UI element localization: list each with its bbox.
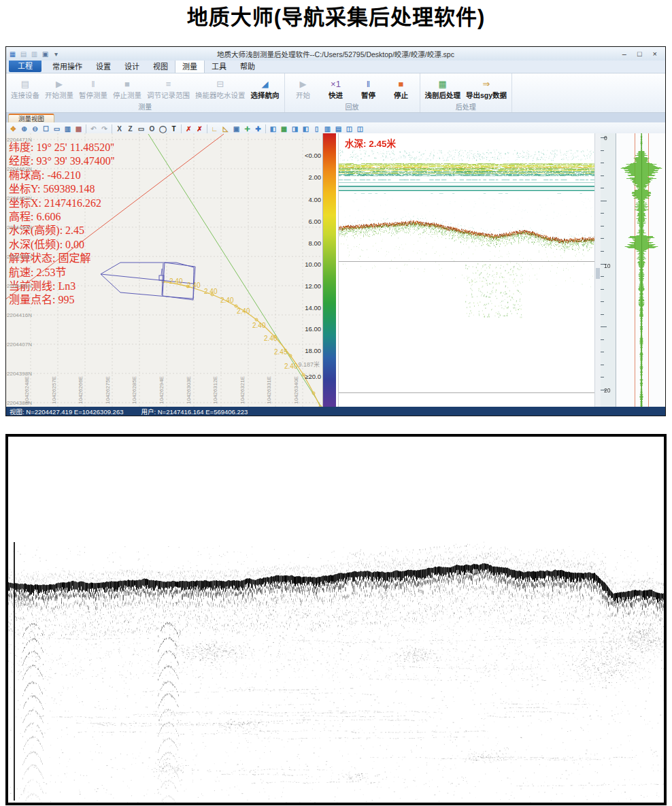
measure-angle-icon[interactable]: ◺ — [220, 124, 231, 134]
app-icon[interactable]: ▦ — [8, 50, 17, 58]
toolbar-separator — [112, 124, 112, 133]
playback-pause-icon: ‖ — [367, 78, 370, 90]
marker-x-icon[interactable]: X — [114, 124, 124, 134]
marker-ellipse-icon[interactable]: ◯ — [158, 124, 168, 134]
color-panel-icon[interactable]: ▦ — [279, 124, 289, 134]
pan-hand-icon[interactable]: ✥ — [8, 124, 18, 134]
postprocess-icon: ▦ — [439, 78, 447, 90]
map-info-line: 航速: 2.53节 — [9, 266, 115, 280]
delete-marker-icon[interactable]: ✗ — [184, 124, 194, 134]
ribbon-button-label: 暂停测量 — [79, 90, 107, 100]
ribbon-button[interactable]: ▦浅剖后处理 — [422, 74, 464, 103]
grid-panel-icon[interactable]: ▥ — [322, 124, 333, 134]
save-view-icon[interactable]: ▣ — [231, 124, 241, 134]
select-heading-icon: ◢ — [262, 78, 269, 90]
close-button[interactable]: × — [653, 50, 657, 58]
zoom-in-icon[interactable]: ⊕ — [19, 124, 29, 134]
ribbon-tab[interactable]: 工程 — [9, 58, 41, 72]
ribbon-button-label: 连接设备 — [11, 90, 39, 100]
save-icon[interactable]: ▣ — [41, 50, 50, 58]
redo-icon[interactable]: ↷ — [99, 124, 110, 134]
ribbon-button[interactable]: ▶开始 — [287, 74, 320, 103]
playback-stop-icon: ■ — [399, 78, 404, 90]
colorbar-scale-label: 6.00 — [279, 218, 321, 225]
quick-access-dropdown-icon[interactable]: ▾ — [52, 50, 61, 58]
ribbon-button[interactable]: ×1快进 — [320, 74, 352, 103]
map-view[interactable]: 纬度: 19° 25' 11.48520''经度: 93° 39' 39.474… — [6, 133, 323, 407]
fit-extent-icon[interactable]: ▭ — [52, 124, 62, 134]
ribbon-button[interactable]: ◢选择航向 — [248, 74, 282, 103]
swap-panel-icon[interactable]: ▤ — [333, 124, 343, 134]
measure-length-icon[interactable]: ∟ — [209, 124, 220, 134]
ribbon-button-label: 调节记录范围 — [147, 90, 190, 100]
record-range-icon: ≡ — [166, 78, 171, 90]
zoom-out-icon[interactable]: ⊖ — [30, 124, 40, 134]
ribbon-group: ▤连接设备▶开始测量‖暂停测量■停止测量≡调节记录范围⊟换能器吃水设置◢选择航向… — [6, 73, 285, 112]
ribbon-tab[interactable]: 设计 — [118, 59, 146, 73]
ribbon-tab[interactable]: 视图 — [146, 59, 175, 73]
marker-rect-icon[interactable]: ▭ — [136, 124, 146, 134]
panel-left-icon[interactable]: ◨ — [290, 124, 300, 134]
track-depth-label: 2.40 — [252, 322, 265, 329]
maximize-button[interactable]: □ — [637, 50, 642, 58]
track-depth-label: 2.40 — [187, 282, 200, 289]
ribbon-button[interactable]: ⊟换能器吃水设置 — [192, 74, 248, 103]
center-target-icon[interactable]: ✛ — [242, 124, 252, 134]
transducer-draft-icon: ⊟ — [216, 78, 224, 90]
echogram-view[interactable]: 水深: 2.45米 — [338, 133, 595, 407]
ribbon-button[interactable]: ≡调节记录范围 — [144, 74, 192, 103]
layout-a-icon[interactable]: ◫ — [344, 124, 354, 134]
echogram-depth-label: 水深: 2.45米 — [345, 136, 396, 150]
move-view-icon[interactable]: ✚ — [253, 124, 263, 134]
ribbon-tab[interactable]: 工具 — [205, 59, 233, 73]
open-file-icon[interactable]: ▥ — [30, 50, 39, 58]
map-y-axis-label: 2204426N — [7, 283, 32, 289]
ribbon-tab[interactable]: 常用操作 — [46, 59, 89, 73]
colorbar-scale-label: ≥20.0 — [279, 373, 321, 380]
ribbon-tab[interactable]: 测量 — [175, 58, 205, 73]
ribbon-tab[interactable]: 设置 — [89, 59, 118, 73]
marker-o-icon[interactable]: O — [147, 124, 157, 134]
layout-b-icon[interactable]: ◫ — [355, 124, 365, 134]
ribbon-button-label: 导出sgy数据 — [466, 90, 507, 100]
stop-survey-icon: ■ — [124, 78, 130, 90]
boat-position-marker — [159, 275, 164, 280]
echogram-scrollbar-thumb[interactable] — [596, 268, 600, 279]
ribbon-button[interactable]: ■停止测量 — [110, 74, 144, 103]
undo-icon[interactable]: ↶ — [88, 124, 99, 134]
column-panel-icon[interactable]: ▯ — [312, 124, 322, 134]
marker-text-icon[interactable]: T — [169, 124, 179, 134]
track-depth-label: 2.40 — [169, 278, 182, 285]
ribbon-tab[interactable]: 帮助 — [233, 59, 262, 73]
colorbar-scale-label: 8.00 — [279, 239, 321, 247]
zoom-window-icon[interactable]: ☐ — [41, 124, 51, 134]
map-x-axis-label: 10426331E — [266, 355, 272, 404]
status-user-coords: 用户: N=2147416.164 E=569406.223 — [141, 407, 248, 416]
map-info-line: 水深(低频): 0.00 — [9, 238, 115, 252]
ribbon-button[interactable]: ‖暂停 — [352, 74, 385, 103]
ribbon-button[interactable]: ■停止 — [385, 74, 418, 103]
ribbon-button[interactable]: ‖暂停测量 — [76, 74, 110, 103]
echogram-scrollbar[interactable] — [594, 133, 601, 407]
new-file-icon[interactable]: ▤ — [19, 50, 28, 58]
ribbon-button[interactable]: ▶开始测量 — [42, 74, 76, 103]
status-view-coords: 视图: N=2204427.419 E=10426309.263 — [10, 407, 123, 416]
marker-z-icon[interactable]: Z — [125, 124, 135, 134]
quick-access-toolbar: ▦▤▥▣▾ — [6, 50, 61, 58]
tab-survey-view[interactable]: 测量视图 — [8, 114, 54, 122]
status-bar: 视图: N=2204427.419 E=10426309.263 用户: N=2… — [6, 407, 665, 416]
colorbar-scale-label: 4.00 — [279, 196, 321, 203]
split-view-icon[interactable]: ▥ — [63, 124, 73, 134]
ribbon-button[interactable]: ⇒导出sgy数据 — [463, 74, 509, 103]
image-view-icon[interactable]: ▩ — [73, 124, 84, 134]
panel-right-icon[interactable]: ◧ — [301, 124, 311, 134]
map-x-axis-label: 10426248E — [24, 355, 30, 404]
amplitude-trace-canvas — [616, 133, 665, 407]
ribbon-button[interactable]: ▤连接设备 — [8, 74, 42, 103]
delete-all-markers-icon[interactable]: ✗ — [195, 124, 205, 134]
map-x-axis-label: 10426303E — [186, 355, 192, 404]
colorbar-scale-label: 16.00 — [279, 325, 321, 333]
profile-panel-icon[interactable]: ◧ — [268, 124, 278, 134]
minimize-button[interactable]: – — [622, 50, 626, 58]
colorbar-scale-label: 10.00 — [279, 261, 321, 268]
